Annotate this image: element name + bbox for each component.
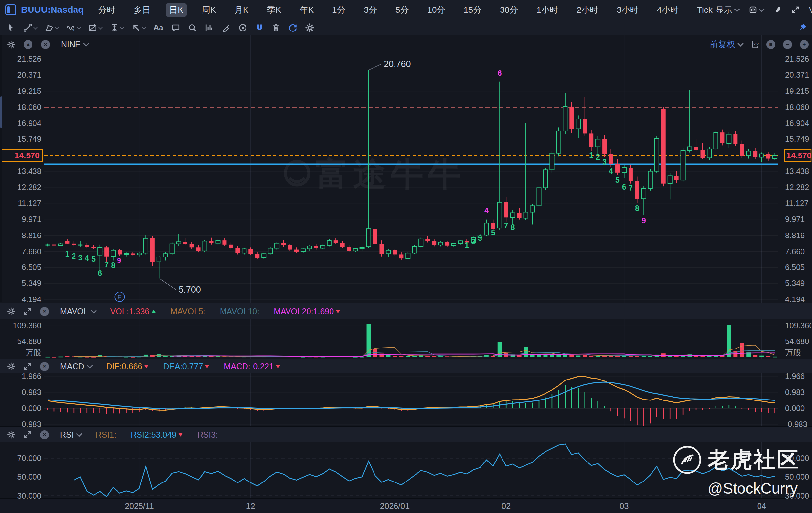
timeframe-tab[interactable]: 5分	[392, 3, 412, 17]
svg-text:5: 5	[91, 255, 95, 263]
timeframe-tab[interactable]: 月K	[231, 3, 252, 17]
tool-trend-line-button[interactable]	[23, 23, 37, 32]
timeframe-tab[interactable]: 1小时	[533, 3, 561, 17]
svg-text:6: 6	[622, 183, 626, 191]
axis-settings-icon[interactable]	[751, 41, 758, 49]
tool-shape-button[interactable]	[45, 23, 59, 32]
tool-trash-button[interactable]	[272, 23, 281, 32]
timeframe-tab[interactable]: 多日	[130, 3, 154, 17]
chevron-down-icon	[83, 40, 89, 46]
scrollbar-thumb[interactable]	[0, 96, 2, 128]
adjustment-dropdown[interactable]: 前复权	[709, 39, 743, 50]
tool-bullseye-button[interactable]	[238, 23, 247, 32]
brush-button[interactable]	[774, 6, 781, 14]
collapse-up-icon[interactable]: ▲	[24, 40, 32, 49]
gear-icon[interactable]	[7, 307, 15, 315]
tool-comment-button[interactable]	[171, 23, 180, 32]
close-panel-icon[interactable]: ×	[40, 307, 49, 316]
timeframe-tab[interactable]: 2小时	[573, 3, 602, 17]
volume_panel-selector[interactable]: MAVOL	[60, 307, 96, 316]
rsi1-value[interactable]: RSI1:	[96, 430, 117, 440]
y-axis-label: 20.371	[785, 70, 809, 80]
rsi2-value[interactable]: RSI2:53.049	[130, 430, 183, 440]
trend-line-icon	[23, 23, 32, 32]
equal-scale-button[interactable]: ≡	[766, 40, 775, 49]
timeframe-tab[interactable]: 3分	[361, 3, 380, 17]
rsi-panel-header: ×RSIRSI1:RSI2:53.049RSI3:	[0, 427, 812, 442]
zoom-in-button[interactable]: +	[800, 40, 809, 49]
gear-icon[interactable]	[7, 431, 15, 439]
tool-rect-pattern-button[interactable]	[88, 23, 102, 32]
tool-pin-button[interactable]	[799, 23, 807, 32]
gear-icon[interactable]	[7, 362, 15, 370]
tool-arrow-mark-button[interactable]	[132, 23, 145, 32]
tool-price-range-button[interactable]	[110, 23, 124, 32]
expand-icon[interactable]	[24, 307, 31, 315]
gear-icon[interactable]	[7, 41, 15, 49]
vol-value[interactable]: VOL:1.336	[110, 307, 156, 316]
macd_panel-selector[interactable]: MACD	[60, 362, 92, 371]
chevron-down-icon	[758, 6, 764, 12]
expand-icon[interactable]	[24, 362, 31, 370]
timeframe-tab[interactable]: 30分	[497, 3, 521, 17]
svg-text:6: 6	[498, 69, 502, 78]
volume-axis-label: 54.680	[785, 337, 809, 346]
fullscreen-button[interactable]	[791, 6, 799, 14]
symbol-panel-icon[interactable]	[5, 4, 17, 16]
symbol-name[interactable]: BUUU:Nasdaq	[21, 5, 84, 15]
mavol5-value[interactable]: MAVOL5:	[170, 307, 205, 316]
panel-name: RSI	[60, 430, 74, 440]
timeframe-tab[interactable]: 周K	[199, 3, 219, 17]
y-axis-label: 18.060	[18, 103, 41, 112]
expand-icon[interactable]	[24, 431, 31, 439]
dif-value[interactable]: DIF:0.666	[106, 362, 149, 371]
chevron-down-icon	[142, 25, 146, 29]
timeframe-tab[interactable]: 3小时	[613, 3, 642, 17]
svg-text:富途牛牛: 富途牛牛	[316, 155, 465, 192]
tool-text-button[interactable]: Aa	[153, 23, 164, 32]
tool-highlighter-button[interactable]	[222, 23, 230, 32]
zoom-out-button[interactable]: −	[783, 40, 792, 49]
svg-text:5: 5	[491, 228, 495, 237]
timeframe-tab[interactable]: 1分	[329, 3, 349, 17]
y-axis-label: 16.904	[785, 119, 809, 128]
tool-settings-button[interactable]	[305, 23, 314, 32]
close-panel-icon[interactable]: ×	[40, 430, 49, 439]
rsi3-value[interactable]: RSI3:	[197, 430, 218, 440]
macd-value[interactable]: MACD:-0.221	[224, 362, 280, 371]
tool-cursor-button[interactable]	[6, 23, 16, 32]
mavol10-value[interactable]: MAVOL10:	[220, 307, 259, 316]
close-panel-icon[interactable]: ×	[40, 362, 49, 371]
display-dropdown[interactable]: 显示	[716, 5, 739, 16]
vs-button[interactable]: VS	[809, 5, 812, 15]
timeframe-tab[interactable]: 15分	[460, 3, 485, 17]
timeframe-tab[interactable]: 年K	[296, 3, 317, 17]
timeframe-tab[interactable]: Tick	[694, 4, 716, 16]
brush-icon	[774, 6, 781, 14]
tool-zoom-button[interactable]	[188, 23, 197, 32]
mavol20-value[interactable]: MAVOL20:1.690	[274, 307, 340, 316]
timeframe-tab[interactable]: 分时	[95, 3, 118, 17]
volume-unit-label: 万股	[26, 348, 41, 357]
rsi_panel-selector[interactable]: RSI	[60, 430, 81, 440]
left-scrollbar[interactable]	[0, 35, 2, 302]
timeframe-tab[interactable]: 季K	[264, 3, 284, 17]
timeframe-tab[interactable]: 4小时	[654, 3, 682, 17]
chart-style-dropdown[interactable]	[749, 6, 764, 14]
timeframe-tab[interactable]: 10分	[424, 3, 448, 17]
cursor-icon	[6, 23, 16, 32]
value-label: DEA:0.777	[163, 362, 203, 371]
rsi-axis-label: 70.000	[18, 454, 41, 462]
tool-wave-button[interactable]	[67, 23, 80, 32]
tool-auto-refresh-button[interactable]	[289, 23, 297, 32]
y-axis-label: 8.816	[785, 231, 805, 240]
svg-text:2: 2	[71, 252, 76, 261]
tool-measure-button[interactable]	[205, 23, 214, 32]
value-label: MACD:-0.221	[224, 362, 273, 371]
y-axis-label: 15.749	[18, 134, 41, 143]
close-indicator-icon[interactable]: ×	[41, 40, 50, 49]
indicator-selector[interactable]: NINE	[61, 40, 88, 49]
dea-value[interactable]: DEA:0.777	[163, 362, 209, 371]
tool-magnet-button[interactable]	[255, 23, 264, 32]
timeframe-tab[interactable]: 日K	[166, 3, 186, 17]
